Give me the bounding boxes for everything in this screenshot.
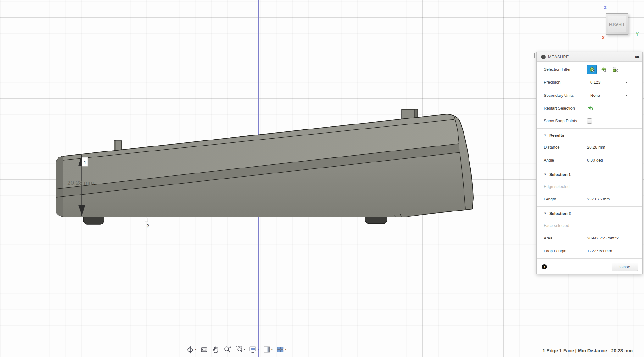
- triangle-down-icon: ▼: [544, 212, 547, 215]
- look-at-icon: [200, 345, 208, 354]
- selection-flag-2: [145, 218, 148, 222]
- model-left-band[interactable]: [56, 156, 63, 216]
- secondary-units-dropdown[interactable]: None ▾: [587, 91, 630, 99]
- info-icon[interactable]: i: [542, 264, 547, 269]
- look-at-button[interactable]: [200, 345, 208, 354]
- viewcube[interactable]: Z X Y RIGHT: [603, 5, 644, 42]
- viewports-icon: [276, 345, 284, 354]
- fusion-viewport-window: 1 20.28 mm 2 Z X Y RIGHT MEASURE ▶▶ Sele…: [0, 0, 644, 357]
- chevron-down-icon: ▾: [626, 94, 627, 97]
- filter-component-button[interactable]: [610, 65, 620, 74]
- divider: [537, 128, 642, 129]
- selection2-header-label: Selection 2: [549, 211, 571, 216]
- restart-selection-row: Restart Selection: [537, 102, 642, 114]
- restart-selection-label: Restart Selection: [544, 106, 587, 111]
- selection2-type: Face selected: [537, 219, 642, 232]
- loop-length-label: Loop Length: [544, 249, 587, 253]
- selection-filter-row: Selection Filter: [537, 63, 642, 75]
- measure-panel: MEASURE ▶▶ Selection Filter: [536, 52, 643, 274]
- viewcube-face-label: RIGHT: [609, 21, 625, 27]
- angle-value: 0.00 deg: [587, 158, 603, 162]
- area-value: 30942.755 mm^2: [587, 236, 619, 240]
- selection2-section-header[interactable]: ▼ Selection 2: [537, 208, 642, 219]
- precision-dropdown[interactable]: 0.123 ▾: [587, 78, 630, 86]
- results-section-header[interactable]: ▼ Results: [537, 129, 642, 141]
- loop-length-value: 1222.969 mm: [587, 249, 612, 253]
- model-canvas: 1 20.28 mm 2: [41, 104, 487, 229]
- length-label: Length: [544, 197, 587, 201]
- viewports-button[interactable]: ▾: [276, 345, 286, 354]
- panel-drag-grip[interactable]: [534, 53, 536, 58]
- panel-footer: i Close: [537, 260, 642, 274]
- measure-panel-header[interactable]: MEASURE ▶▶: [537, 52, 642, 62]
- distance-label: Distance: [544, 145, 587, 150]
- secondary-units-row: Secondary Units None ▾: [537, 89, 642, 102]
- snap-points-checkbox[interactable]: [587, 118, 592, 124]
- area-label: Area: [544, 236, 587, 240]
- fit-icon: [235, 345, 243, 354]
- divider: [537, 168, 642, 168]
- snap-points-row: Show Snap Points: [537, 114, 642, 127]
- selection-filter-label: Selection Filter: [544, 67, 587, 72]
- zoom-icon: [223, 345, 232, 354]
- body-select-icon: [589, 66, 595, 73]
- area-row: Area 30942.755 mm^2: [537, 232, 642, 244]
- orbit-icon: [186, 345, 194, 354]
- chevron-down-icon: ▾: [244, 348, 246, 351]
- selection-flag-1-label: 1: [84, 160, 86, 165]
- chevron-down-icon: ▾: [271, 348, 273, 351]
- display-settings-icon: [249, 345, 257, 354]
- navigation-toolbar: ▾: [186, 345, 286, 354]
- viewcube-face-inner: RIGHT: [608, 16, 626, 32]
- chevron-down-icon: ▾: [285, 348, 286, 351]
- filter-face-button[interactable]: [599, 65, 608, 74]
- fit-button[interactable]: ▾: [235, 345, 246, 354]
- palette-collapse-icon[interactable]: [541, 55, 546, 59]
- results-header-label: Results: [549, 133, 564, 138]
- chevron-down-icon: ▾: [195, 348, 197, 351]
- restart-selection-icon[interactable]: [587, 105, 594, 111]
- viewcube-x-axis-label: X: [602, 35, 605, 40]
- panel-expand-icon[interactable]: ▶▶: [635, 55, 639, 59]
- distance-row: Distance 20.28 mm: [537, 141, 642, 154]
- distance-value: 20.28 mm: [587, 145, 605, 150]
- measure-status-text: 1 Edge 1 Face | Min Distance : 20.28 mm: [542, 348, 633, 353]
- snap-points-label: Show Snap Points: [544, 118, 587, 123]
- panel-title: MEASURE: [548, 55, 569, 59]
- orbit-button[interactable]: ▾: [186, 345, 197, 354]
- angle-row: Angle 0.00 deg: [537, 154, 642, 167]
- viewcube-face-right[interactable]: RIGHT: [606, 13, 628, 35]
- filter-body-button[interactable]: [587, 65, 597, 74]
- grid-icon: [263, 345, 271, 354]
- face-select-icon: [600, 66, 607, 73]
- grid-snaps-button[interactable]: ▾: [263, 345, 273, 354]
- angle-label: Angle: [544, 158, 587, 162]
- loop-length-row: Loop Length 1222.969 mm: [537, 244, 642, 257]
- precision-label: Precision: [544, 80, 587, 85]
- triangle-down-icon: ▼: [544, 134, 547, 137]
- pan-button[interactable]: [212, 345, 220, 354]
- chevron-down-icon: ▾: [626, 80, 627, 84]
- divider: [537, 258, 642, 259]
- viewcube-y-axis-label: Y: [636, 31, 639, 36]
- close-button[interactable]: Close: [612, 263, 638, 271]
- precision-row: Precision 0.123 ▾: [537, 75, 642, 89]
- precision-value: 0.123: [590, 80, 601, 85]
- selection1-section-header[interactable]: ▼ Selection 1: [537, 169, 642, 180]
- zoom-button[interactable]: [223, 345, 232, 354]
- selection1-type: Edge selected: [537, 180, 642, 193]
- pan-hand-icon: [212, 345, 220, 354]
- display-settings-button[interactable]: ▾: [249, 345, 259, 354]
- secondary-units-value: None: [590, 93, 600, 98]
- selection-flag-2-label: 2: [147, 224, 149, 229]
- length-value: 237.075 mm: [587, 197, 610, 201]
- divider: [537, 206, 642, 207]
- dimension-value-label: 20.28 mm: [67, 179, 94, 186]
- selection1-header-label: Selection 1: [549, 172, 571, 177]
- length-row: Length 237.075 mm: [537, 193, 642, 206]
- component-select-icon: [612, 66, 619, 73]
- viewcube-z-axis-label: Z: [604, 5, 607, 10]
- secondary-units-label: Secondary Units: [544, 93, 587, 98]
- triangle-down-icon: ▼: [544, 173, 547, 176]
- chevron-down-icon: ▾: [258, 348, 259, 351]
